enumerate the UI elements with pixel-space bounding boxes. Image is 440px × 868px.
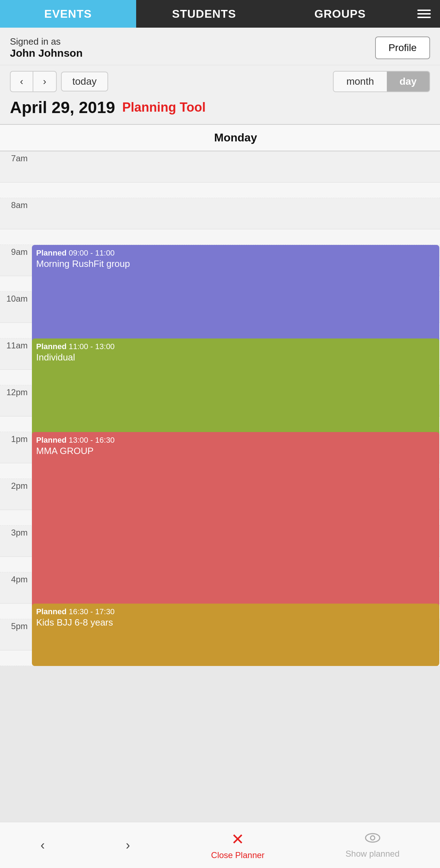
cal-cell-1pm[interactable]: Planned 13:00 - 16:30 MMA GROUP bbox=[31, 432, 440, 463]
next-date-button[interactable]: › bbox=[33, 71, 57, 92]
close-planner-label: Close Planner bbox=[211, 850, 264, 860]
cal-cell-11am[interactable]: Planned 11:00 - 13:00 Individual bbox=[31, 338, 440, 369]
today-button[interactable]: today bbox=[61, 72, 108, 91]
prev-date-button[interactable]: ‹ bbox=[10, 71, 33, 92]
date-title-bar: April 29, 2019 Planning Tool bbox=[0, 95, 440, 124]
event-4-title: Kids BJJ 6-8 years bbox=[36, 617, 435, 628]
time-label-7am: 7am bbox=[0, 151, 31, 182]
cal-cell-730am[interactable] bbox=[31, 183, 440, 198]
time-label-5pm: 5pm bbox=[0, 619, 31, 650]
time-label-130pm bbox=[0, 463, 31, 478]
event-1-time: 09:00 - 11:00 bbox=[69, 248, 115, 257]
time-label-730am bbox=[0, 183, 31, 198]
time-slot-730am bbox=[0, 183, 440, 198]
time-label-930am bbox=[0, 276, 31, 291]
time-label-8am: 8am bbox=[0, 198, 31, 229]
cal-cell-430pm[interactable]: Planned 16:30 - 17:30 Kids BJJ 6-8 years bbox=[31, 604, 440, 619]
month-view-button[interactable]: month bbox=[334, 72, 387, 91]
event-3-planned-label: Planned bbox=[36, 436, 69, 444]
calendar-grid: Monday 7am 8am 9am Planned 09:00 - 11 bbox=[0, 124, 440, 666]
top-navigation: EVENTS STUDENTS GROUPS bbox=[0, 0, 440, 28]
time-label-12pm: 12pm bbox=[0, 385, 31, 416]
time-label-11am: 11am bbox=[0, 338, 31, 369]
user-name-label: John Johnson bbox=[10, 47, 83, 59]
svg-point-0 bbox=[366, 834, 380, 842]
event-2-time: 11:00 - 13:00 bbox=[69, 342, 115, 351]
hamburger-menu-button[interactable] bbox=[408, 0, 440, 28]
header-bar: Signed in as John Johnson Profile bbox=[0, 28, 440, 65]
time-label-10am: 10am bbox=[0, 292, 31, 323]
calendar-wrapper: Monday 7am 8am 9am Planned 09:00 - 11 bbox=[0, 124, 440, 666]
current-date: April 29, 2019 bbox=[10, 98, 115, 117]
events-tab-label: EVENTS bbox=[44, 7, 92, 21]
time-slot-830am bbox=[0, 229, 440, 245]
calendar-controls: ‹ › today month day bbox=[0, 65, 440, 95]
time-label-1130am bbox=[0, 370, 31, 385]
time-label-830am bbox=[0, 229, 31, 245]
time-slot-430pm: Planned 16:30 - 17:30 Kids BJJ 6-8 years bbox=[0, 604, 440, 619]
date-nav-arrows: ‹ › today bbox=[10, 71, 108, 92]
time-label-230pm bbox=[0, 510, 31, 525]
profile-button[interactable]: Profile bbox=[375, 37, 430, 59]
hamburger-icon bbox=[417, 10, 431, 18]
day-column-header: Monday bbox=[31, 125, 440, 151]
event-2-planned-label: Planned bbox=[36, 342, 69, 351]
bottom-next-arrow-icon: › bbox=[126, 838, 130, 853]
bottom-next-button[interactable]: › bbox=[126, 838, 130, 853]
nav-tab-groups[interactable]: GROUPS bbox=[272, 0, 408, 28]
eye-icon bbox=[365, 831, 380, 847]
calendar-header-row: Monday bbox=[0, 125, 440, 151]
event-1-planned-label: Planned bbox=[36, 248, 69, 257]
close-planner-button[interactable]: ✕ Close Planner bbox=[211, 830, 264, 860]
day-view-button[interactable]: day bbox=[387, 72, 429, 91]
view-toggle: month day bbox=[333, 71, 430, 92]
planning-tool-label: Planning Tool bbox=[122, 100, 206, 115]
close-planner-x-icon: ✕ bbox=[231, 830, 244, 848]
event-4-planned-label: Planned bbox=[36, 607, 69, 616]
cal-cell-8am[interactable] bbox=[31, 198, 440, 229]
time-label-1pm: 1pm bbox=[0, 432, 31, 463]
user-info: Signed in as John Johnson bbox=[10, 36, 83, 59]
bottom-toolbar: ‹ › ✕ Close Planner Show planned bbox=[0, 822, 440, 868]
show-planned-label: Show planned bbox=[346, 849, 400, 859]
time-label-2pm: 2pm bbox=[0, 479, 31, 510]
time-label-530pm bbox=[0, 650, 31, 666]
time-label-9am: 9am bbox=[0, 245, 31, 276]
time-slot-1pm: 1pm Planned 13:00 - 16:30 MMA GROUP bbox=[0, 432, 440, 463]
event-3-time: 13:00 - 16:30 bbox=[69, 436, 115, 444]
time-label-330pm bbox=[0, 557, 31, 572]
students-tab-label: STUDENTS bbox=[172, 7, 236, 21]
event-1-title: Morning RushFit group bbox=[36, 258, 435, 269]
groups-tab-label: GROUPS bbox=[314, 7, 366, 21]
time-slot-9am: 9am Planned 09:00 - 11:00 Morning RushFi… bbox=[0, 245, 440, 276]
bottom-prev-button[interactable]: ‹ bbox=[40, 838, 45, 853]
time-slot-7am: 7am bbox=[0, 151, 440, 183]
event-3-title: MMA GROUP bbox=[36, 446, 435, 457]
nav-tab-events[interactable]: EVENTS bbox=[0, 0, 136, 28]
show-planned-button[interactable]: Show planned bbox=[346, 831, 400, 859]
nav-tab-students[interactable]: STUDENTS bbox=[136, 0, 272, 28]
event-kids-bjj[interactable]: Planned 16:30 - 17:30 Kids BJJ 6-8 years bbox=[32, 604, 439, 666]
cal-cell-7am[interactable] bbox=[31, 151, 440, 182]
cal-cell-830am[interactable] bbox=[31, 229, 440, 245]
time-label-1030am bbox=[0, 323, 31, 338]
time-slot-11am: 11am Planned 11:00 - 13:00 Individual bbox=[0, 338, 440, 370]
time-column-header bbox=[0, 125, 31, 151]
bottom-prev-arrow-icon: ‹ bbox=[40, 838, 45, 853]
time-label-1230pm bbox=[0, 416, 31, 432]
time-label-430pm bbox=[0, 604, 31, 619]
svg-point-1 bbox=[371, 836, 375, 840]
time-label-4pm: 4pm bbox=[0, 572, 31, 603]
next-arrow-icon: › bbox=[43, 76, 46, 87]
signed-in-as-label: Signed in as bbox=[10, 36, 83, 47]
event-4-time: 16:30 - 17:30 bbox=[69, 607, 115, 616]
time-label-3pm: 3pm bbox=[0, 526, 31, 556]
time-slot-8am: 8am bbox=[0, 198, 440, 229]
cal-cell-9am[interactable]: Planned 09:00 - 11:00 Morning RushFit gr… bbox=[31, 245, 440, 276]
prev-arrow-icon: ‹ bbox=[20, 76, 23, 87]
event-2-title: Individual bbox=[36, 352, 435, 363]
